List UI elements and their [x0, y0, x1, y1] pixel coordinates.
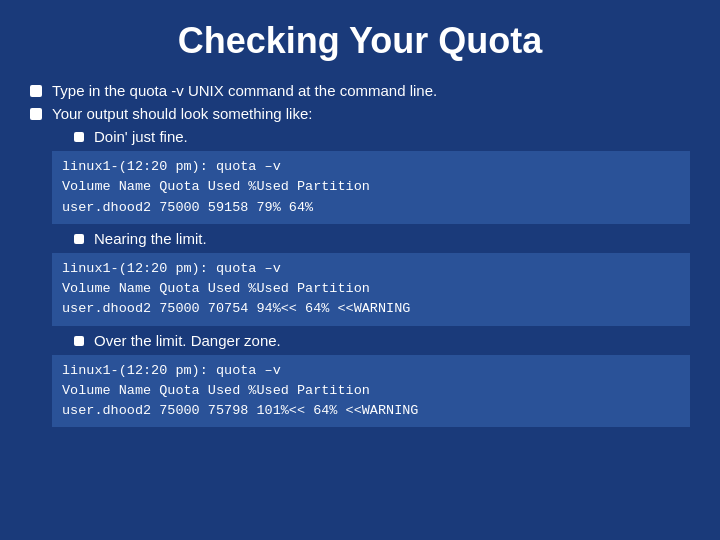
bullet-item-1: Type in the quota -v UNIX command at the…	[30, 82, 690, 99]
bullet-text-2: Your output should look something like:	[52, 105, 312, 122]
note-text-1: Doin' just fine.	[94, 128, 188, 145]
code-line-1-2: user.dhood2 75000 59158 79% 64%	[62, 198, 680, 218]
note-item-3: Over the limit. Danger zone.	[74, 332, 690, 349]
code-block-3: linux1-(12:20 pm): quota –v Volume Name …	[52, 355, 690, 428]
bullet-item-2: Your output should look something like:	[30, 105, 690, 122]
note-dot-3	[74, 336, 84, 346]
code-block-2: linux1-(12:20 pm): quota –v Volume Name …	[52, 253, 690, 326]
code-line-3-0: linux1-(12:20 pm): quota –v	[62, 361, 680, 381]
bullet-dot-2	[30, 108, 42, 120]
code-block-1: linux1-(12:20 pm): quota –v Volume Name …	[52, 151, 690, 224]
note-dot-1	[74, 132, 84, 142]
page-title: Checking Your Quota	[30, 20, 690, 62]
code-line-1-1: Volume Name Quota Used %Used Partition	[62, 177, 680, 197]
note-dot-2	[74, 234, 84, 244]
code-line-3-1: Volume Name Quota Used %Used Partition	[62, 381, 680, 401]
note-item-1: Doin' just fine.	[74, 128, 690, 145]
main-list: Type in the quota -v UNIX command at the…	[30, 82, 690, 122]
page: Checking Your Quota Type in the quota -v…	[0, 0, 720, 540]
bullet-dot-1	[30, 85, 42, 97]
bullet-text-1: Type in the quota -v UNIX command at the…	[52, 82, 437, 99]
code-line-3-2: user.dhood2 75000 75798 101%<< 64% <<WAR…	[62, 401, 680, 421]
note-text-2: Nearing the limit.	[94, 230, 207, 247]
code-line-2-1: Volume Name Quota Used %Used Partition	[62, 279, 680, 299]
note-item-2: Nearing the limit.	[74, 230, 690, 247]
sections-container: Doin' just fine. linux1-(12:20 pm): quot…	[52, 128, 690, 427]
note-text-3: Over the limit. Danger zone.	[94, 332, 281, 349]
code-line-2-0: linux1-(12:20 pm): quota –v	[62, 259, 680, 279]
code-line-2-2: user.dhood2 75000 70754 94%<< 64% <<WARN…	[62, 299, 680, 319]
code-line-1-0: linux1-(12:20 pm): quota –v	[62, 157, 680, 177]
